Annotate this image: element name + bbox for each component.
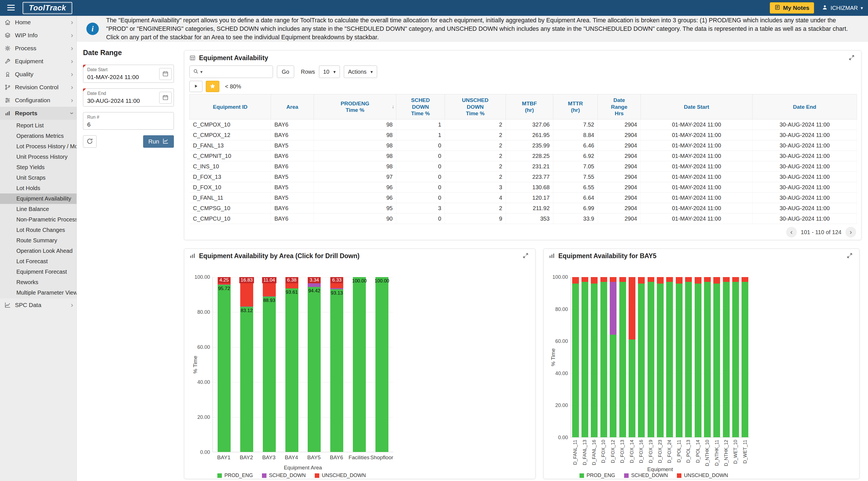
next-page-button[interactable]: › <box>845 227 856 238</box>
equipment-id-link[interactable]: D_FOX_10 <box>190 182 271 192</box>
equipment-id-link[interactable]: D_FANL_11 <box>190 192 271 203</box>
sidebar-item-equipment-availability[interactable]: Equipment Availability <box>0 193 76 204</box>
sidebar-item-non-parametric-process-data[interactable]: Non-Parametric Process Data <box>0 214 76 225</box>
column-header-sched-down-time[interactable]: SCHEDDOWNTime % <box>396 94 445 119</box>
sidebar-item-reports[interactable]: Reports› <box>0 107 76 120</box>
sidebar-item-equipment-forecast[interactable]: Equipment Forecast <box>0 267 76 277</box>
sidebar-item-lot-process-history-moves[interactable]: Lot Process History / Moves <box>0 141 76 152</box>
search-options-button[interactable]: ▾ <box>190 66 206 78</box>
column-header-equipment-id[interactable]: Equipment ID <box>190 94 271 119</box>
bar-segment-unsched-down <box>713 277 720 283</box>
sidebar-item-equipment[interactable]: Equipment› <box>0 55 76 68</box>
bar-segment-unsched-down[interactable]: 6.38 <box>285 277 298 288</box>
bar-segment-prod-eng[interactable]: 93.61 <box>285 289 298 452</box>
bar-segment-unsched-down[interactable]: 16.83 <box>240 277 253 306</box>
bar-segment-prod-eng[interactable]: 93.13 <box>330 289 343 452</box>
run-number-value[interactable]: 6 <box>87 121 157 128</box>
stacked-bar-d-wet-10 <box>732 277 739 437</box>
sidebar-item-unit-process-history[interactable]: Unit Process History <box>0 152 76 162</box>
column-header-unsched-down-time[interactable]: UNSCHEDDOWNTime % <box>445 94 506 119</box>
date-end-calendar-button[interactable] <box>159 92 172 104</box>
column-header-date-range-hrs[interactable]: DateRangeHrs <box>598 94 641 119</box>
menu-toggle-button[interactable] <box>5 2 17 13</box>
sidebar-item-step-yields[interactable]: Step Yields <box>0 162 76 173</box>
equipment-id-link[interactable]: C_INS_10 <box>190 161 271 172</box>
sidebar-item-multiple-parameter-view[interactable]: Multiple Parameter View <box>0 288 76 298</box>
stacked-bar-d-fox-19 <box>648 277 654 437</box>
expand-control-button[interactable] <box>189 81 203 92</box>
equipment-id-link[interactable]: C_CMPOX_12 <box>190 130 271 140</box>
chart-plot: 0.0020.0040.0060.0080.00100.00% Time95.7… <box>213 277 393 452</box>
equipment-id-link[interactable]: D_FOX_13 <box>190 172 271 182</box>
maximize-button[interactable] <box>847 53 856 63</box>
bar-segment-unsched-down[interactable]: 11.04 <box>263 277 276 296</box>
date-start-field[interactable]: Date Start 01-MAY-2024 11:00 <box>83 65 174 83</box>
chart-plot: 0.0020.0040.0060.0080.00100.00% Time <box>570 277 750 438</box>
date-start-value[interactable]: 01-MAY-2024 11:00 <box>87 74 157 81</box>
bar-segment-unsched-down[interactable]: 6.33 <box>330 277 343 288</box>
equipment-id-link[interactable]: C_CMPOX_10 <box>190 119 271 130</box>
sidebar-item-process[interactable]: Process› <box>0 42 76 55</box>
equipment-id-link[interactable]: C_CMPSG_10 <box>190 203 271 213</box>
sidebar-item-home[interactable]: Home› <box>0 16 76 29</box>
column-header-date-start[interactable]: Date Start <box>641 94 752 119</box>
bar-segment-unsched-down[interactable]: 4.25 <box>218 277 230 284</box>
bar-segment-prod-eng[interactable]: 95.72 <box>218 285 230 452</box>
column-header-prod-eng-time[interactable]: PROD/ENGTime %↓ <box>314 94 396 119</box>
filter-chip[interactable]: < 80% <box>225 83 241 90</box>
sidebar-item-lot-forecast[interactable]: Lot Forecast <box>0 256 76 267</box>
equipment-id-link[interactable]: D_FANL_13 <box>190 140 271 151</box>
date-start-calendar-button[interactable] <box>159 68 172 80</box>
sidebar-item-reworks[interactable]: Reworks <box>0 277 76 288</box>
sidebar-item-report-list[interactable]: Report List <box>0 120 76 131</box>
table-cell: 7.05 <box>553 161 598 172</box>
sidebar-item-wip-info[interactable]: WIP Info› <box>0 29 76 42</box>
my-notes-button[interactable]: My Notes <box>770 2 814 13</box>
maximize-button[interactable] <box>845 251 854 261</box>
sidebar-item-unit-scraps[interactable]: Unit Scraps <box>0 173 76 183</box>
sidebar-item-lot-route-changes[interactable]: Lot Route Changes <box>0 225 76 235</box>
bar-segment-sched-down[interactable] <box>308 283 321 287</box>
legend-swatch <box>262 473 267 478</box>
sidebar-item-spc-data[interactable]: SPC Data› <box>0 299 76 311</box>
column-header-date-end[interactable]: Date End <box>752 94 857 119</box>
rows-select[interactable]: 10 ▾ <box>319 65 340 78</box>
bar-segment-prod-eng[interactable]: 100.00 <box>353 277 366 452</box>
bar-segment-prod-eng[interactable]: 83.12 <box>240 307 253 452</box>
bar-segment-sched-down[interactable] <box>330 288 343 289</box>
equipment-id-link[interactable]: C_CMPCU_10 <box>190 213 271 224</box>
run-number-field[interactable]: Run # 6 <box>83 112 174 130</box>
run-button[interactable]: Run <box>143 135 174 148</box>
sidebar-item-operation-look-ahead[interactable]: Operation Look Ahead <box>0 246 76 256</box>
bar-segment-unsched-down[interactable]: 3.34 <box>308 277 321 283</box>
maximize-button[interactable] <box>521 251 530 261</box>
equipment-id-link[interactable]: C_CMPNIT_10 <box>190 151 271 161</box>
saved-report-star-button[interactable] <box>206 81 219 92</box>
sidebar-item-route-summary[interactable]: Route Summary <box>0 235 76 246</box>
date-end-value[interactable]: 30-AUG-2024 11:00 <box>87 97 157 104</box>
stacked-bar-d-fox-10 <box>600 277 607 437</box>
column-header-mttr-hr[interactable]: MTTR(hr) <box>553 94 598 119</box>
column-header-mtbf-hr[interactable]: MTBF(hr) <box>506 94 553 119</box>
bar-segment-prod-eng[interactable]: 94.42 <box>308 287 321 452</box>
sidebar-item-revision-control[interactable]: Revision Control› <box>0 81 76 94</box>
sidebar-item-lot-holds[interactable]: Lot Holds <box>0 183 76 193</box>
bar-segment-unsched-down <box>629 277 636 339</box>
reset-button[interactable] <box>83 135 97 148</box>
table-cell: 2904 <box>598 182 641 192</box>
actions-menu-button[interactable]: Actions ▾ <box>344 65 377 78</box>
sidebar-item-line-balance[interactable]: Line Balance <box>0 204 76 214</box>
search-input[interactable] <box>206 66 273 78</box>
go-button[interactable]: Go <box>277 65 294 78</box>
sidebar-item-quality[interactable]: Quality› <box>0 68 76 81</box>
sidebar-item-operations-metrics[interactable]: Operations Metrics <box>0 131 76 141</box>
bar-segment-prod-eng[interactable]: 88.93 <box>263 297 276 452</box>
user-menu-button[interactable]: ICHIZMAR ▾ <box>822 4 863 11</box>
column-header-area[interactable]: Area <box>271 94 314 119</box>
date-end-field[interactable]: Date End 30-AUG-2024 11:00 <box>83 88 174 107</box>
bar-segment-prod-eng[interactable]: 100.00 <box>375 277 389 452</box>
table-cell: 2904 <box>598 192 641 203</box>
prev-page-button[interactable]: ‹ <box>786 227 797 238</box>
sidebar-item-configuration[interactable]: Configuration› <box>0 94 76 107</box>
table-row: C_CMPSG_10BAY69532211.926.99290401-MAY-2… <box>190 203 857 213</box>
